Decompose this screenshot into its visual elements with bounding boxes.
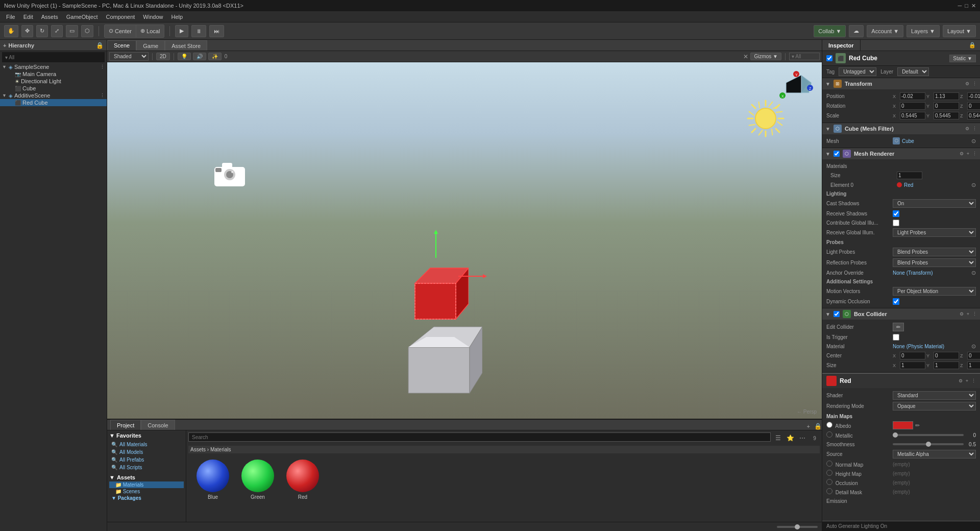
mesh-renderer-add-icon[interactable]: + [967, 151, 969, 156]
scene-viewport[interactable]: Y Z X ← Persp [107, 62, 822, 419]
menu-assets[interactable]: Assets [37, 13, 62, 21]
lights-toggle-btn[interactable]: 💡 [178, 53, 191, 60]
tab-game[interactable]: Game [136, 40, 165, 51]
step-btn[interactable]: ⏭ [209, 25, 224, 37]
hierarchy-menu-additivescene[interactable]: ⋮ [100, 93, 105, 98]
pause-btn[interactable]: ⏸ [191, 25, 206, 37]
collider-size-x-input[interactable] [900, 361, 925, 369]
assets-search-input[interactable] [188, 432, 771, 442]
assets-star-icon[interactable]: ⭐ [785, 433, 795, 443]
metallic-slider[interactable] [893, 434, 964, 436]
hierarchy-item-additivescene[interactable]: ▼ ◈ AdditiveScene ⋮ [0, 92, 107, 99]
maximize-btn[interactable]: □ [965, 3, 968, 9]
tab-console[interactable]: Console [141, 420, 175, 430]
close-scene-icon[interactable]: ✕ [743, 53, 748, 60]
assets-section-header[interactable]: ▼ Assets [109, 474, 184, 480]
collider-material-pick-icon[interactable]: ⊙ [971, 343, 976, 350]
receive-gi-select[interactable]: Light Probes [893, 228, 976, 237]
menu-file[interactable]: File [2, 13, 19, 21]
asset-blue[interactable]: Blue [197, 460, 229, 500]
scale-z-input[interactable] [967, 112, 980, 119]
collab-btn[interactable]: Collab ▼ [814, 25, 846, 37]
add-asset-btn[interactable]: + [805, 423, 812, 429]
material-settings-icon[interactable]: ⚙ [959, 378, 963, 383]
position-y-input[interactable] [934, 92, 959, 100]
mesh-filter-more-icon[interactable]: ⋮ [972, 126, 977, 131]
center-y-input[interactable] [934, 352, 959, 359]
fav-all-scripts[interactable]: 🔍 All Scripts [109, 464, 184, 471]
collider-size-y-input[interactable] [934, 361, 959, 369]
transform-settings-icon[interactable]: ⚙ [965, 81, 969, 86]
pivot-local-btn[interactable]: ⊕ Local [136, 25, 164, 37]
menu-help[interactable]: Help [167, 13, 187, 21]
hierarchy-item-directionallight[interactable]: ☀ Directional Light [0, 78, 107, 85]
cast-shadows-select[interactable]: OnOffTwo SidedShadows Only [893, 199, 976, 208]
mesh-renderer-enabled-checkbox[interactable] [834, 151, 840, 157]
rotation-x-input[interactable] [900, 102, 925, 110]
mesh-renderer-header[interactable]: ▼ ⬡ Mesh Renderer ⚙ + ⋮ [822, 148, 980, 159]
assets-packages-item[interactable]: ▼ Packages [109, 495, 184, 501]
static-btn[interactable]: Static ▼ [949, 55, 976, 62]
reflection-probes-select[interactable]: Blend Probes [893, 258, 976, 267]
shader-select[interactable]: Standard [893, 391, 976, 400]
mesh-renderer-settings-icon[interactable]: ⚙ [960, 151, 964, 156]
2d-toggle-btn[interactable]: 2D [156, 53, 170, 60]
assets-more-icon[interactable]: ⋯ [797, 433, 807, 443]
receive-shadows-checkbox[interactable] [893, 210, 899, 217]
object-enabled-checkbox[interactable] [826, 55, 832, 61]
size-input[interactable] [897, 172, 922, 179]
contrib-gi-checkbox[interactable] [893, 220, 899, 226]
lock-panel-icon[interactable]: 🔒 [814, 423, 822, 430]
rendering-mode-select[interactable]: Opaque Cutout Fade Transparent [893, 402, 976, 411]
anchor-override-pick-icon[interactable]: ⊙ [971, 270, 976, 276]
box-collider-more-icon[interactable]: ⋮ [972, 311, 977, 317]
assets-size-icon[interactable]: 9 [810, 433, 820, 443]
rotation-z-input[interactable] [967, 102, 980, 110]
menu-edit[interactable]: Edit [19, 13, 37, 21]
box-collider-header[interactable]: ▼ ⬡ Box Collider ⚙ + ⋮ [822, 308, 980, 320]
project-zoom-slider[interactable] [777, 526, 818, 528]
assets-scenes-item[interactable]: 📁 Scenes [109, 488, 184, 495]
light-probes-select[interactable]: Blend Probes [893, 248, 976, 256]
is-trigger-checkbox[interactable] [893, 334, 899, 341]
position-x-input[interactable] [900, 92, 925, 100]
rotation-y-input[interactable] [934, 102, 959, 110]
close-btn[interactable]: ✕ [971, 3, 976, 9]
minimize-btn[interactable]: ─ [958, 3, 962, 9]
play-btn[interactable]: ▶ [175, 25, 188, 37]
menu-window[interactable]: Window [139, 13, 167, 21]
element0-pick-icon[interactable]: ⊙ [971, 182, 976, 188]
tool-custom[interactable]: ⬡ [81, 25, 93, 37]
hierarchy-menu-samplescene[interactable]: ⋮ [100, 64, 105, 69]
account-btn[interactable]: Account ▼ [867, 25, 903, 37]
albedo-edit-icon[interactable]: ✏ [915, 422, 920, 429]
favorites-expand-icon[interactable]: ▼ [109, 432, 115, 439]
scale-x-input[interactable] [900, 112, 925, 119]
hierarchy-add-btn[interactable]: + [3, 42, 6, 49]
tab-assetstore[interactable]: Asset Store [165, 40, 207, 51]
asset-green[interactable]: Green [241, 460, 274, 500]
effects-toggle-btn[interactable]: ✨ [208, 53, 222, 60]
mesh-filter-header[interactable]: ▼ ⬡ Cube (Mesh Filter) ⚙ ⋮ [822, 123, 980, 134]
tool-scale[interactable]: ⤢ [51, 25, 63, 37]
smoothness-slider[interactable] [893, 443, 964, 445]
hierarchy-item-maincamera[interactable]: 📷 Main Camera [0, 70, 107, 78]
menu-component[interactable]: Component [102, 13, 139, 21]
box-collider-add-icon[interactable]: + [967, 311, 969, 317]
material-more-icon[interactable]: ⋮ [971, 378, 976, 383]
scene-gizmo[interactable]: Y Z X [778, 70, 814, 106]
fav-all-models[interactable]: 🔍 All Models [109, 448, 184, 456]
assets-view-icon[interactable]: ☰ [773, 433, 783, 443]
inspector-tab[interactable]: Inspector [822, 40, 861, 51]
audio-toggle-btn[interactable]: 🔊 [193, 53, 206, 60]
tab-scene[interactable]: Scene [107, 40, 136, 51]
layer-select[interactable]: Default [897, 67, 929, 76]
inspector-lock-icon[interactable]: 🔒 [965, 40, 980, 51]
tool-hand[interactable]: ✋ [4, 25, 18, 37]
dynamic-occlusion-checkbox[interactable] [893, 298, 899, 305]
tab-project[interactable]: Project [110, 420, 141, 430]
mesh-pick-icon[interactable]: ⊙ [971, 138, 976, 144]
cloud-btn[interactable]: ☁ [849, 25, 864, 37]
hierarchy-item-redcube[interactable]: ⬛ Red Cube [0, 99, 107, 106]
layers-btn[interactable]: Layers ▼ [906, 25, 940, 37]
